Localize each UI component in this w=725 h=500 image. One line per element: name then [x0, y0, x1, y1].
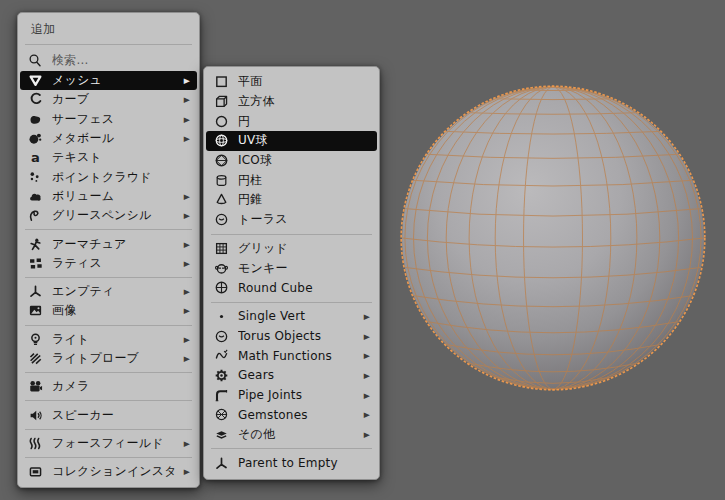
light-icon — [27, 331, 44, 347]
menu-item-search[interactable]: 検索... — [20, 49, 197, 71]
mesh-icon — [27, 73, 44, 89]
submenu-arrow-icon: ▶ — [184, 354, 190, 362]
menu-item-label: ライト — [52, 331, 178, 348]
menu-item-force-field[interactable]: フォースフィールド▶ — [20, 434, 197, 453]
menu-item-image[interactable]: 画像▶ — [20, 301, 197, 320]
speaker-icon — [27, 407, 44, 423]
menu-item-surface[interactable]: サーフェス▶ — [20, 110, 197, 129]
menu-separator — [211, 302, 372, 303]
monkey-icon — [213, 260, 230, 276]
menu-item-grid[interactable]: グリッド — [206, 239, 377, 259]
menu-item-label: UV球 — [238, 132, 370, 149]
submenu-arrow-icon: ▶ — [364, 430, 370, 438]
menu-item-text[interactable]: aテキスト — [20, 148, 197, 167]
menu-item-label: エンプティ — [52, 283, 178, 300]
menu-item-empty[interactable]: エンプティ▶ — [20, 282, 197, 301]
menu-item-round-cube[interactable]: Round Cube — [206, 278, 377, 298]
plane-icon — [213, 74, 230, 90]
menu-item-monkey[interactable]: モンキー — [206, 258, 377, 278]
menu-item-label: ポイントクラウド — [52, 169, 190, 186]
menu-item-ico-sphere[interactable]: ICO球 — [206, 151, 377, 171]
add-menu-title: 追加 — [18, 18, 199, 40]
menu-item-label: 円柱 — [238, 172, 370, 189]
menu-item-plane[interactable]: 平面 — [206, 72, 377, 92]
round-cube-icon — [213, 280, 230, 296]
uv-sphere-object[interactable] — [401, 86, 705, 390]
menu-item-label: 平面 — [238, 73, 370, 90]
menu-item-label: グリッド — [238, 240, 370, 257]
menu-item-torus[interactable]: トーラス — [206, 210, 377, 230]
submenu-arrow-icon: ▶ — [184, 468, 190, 476]
menu-separator — [25, 457, 192, 458]
mesh-submenu-popup: 平面立方体円UV球ICO球円柱円錐トーラスグリッドモンキーRound CubeS… — [203, 66, 380, 480]
submenu-arrow-icon: ▶ — [184, 307, 190, 315]
menu-item-collection-instance[interactable]: コレクションインスタンス▶ — [20, 462, 197, 481]
menu-item-gemstones[interactable]: Gemstones▶ — [206, 405, 377, 425]
menu-item-label: 円 — [238, 113, 370, 130]
submenu-arrow-icon: ▶ — [364, 411, 370, 419]
menu-item-parent-to-empty[interactable]: Parent to Empty — [206, 453, 377, 473]
menu-item-gears[interactable]: Gears▶ — [206, 366, 377, 386]
menu-item-label: Round Cube — [238, 281, 370, 295]
menu-item-armature[interactable]: アーマチュア▶ — [20, 234, 197, 253]
menu-item-cone[interactable]: 円錐 — [206, 190, 377, 210]
force-field-icon — [27, 435, 44, 451]
submenu-arrow-icon: ▶ — [184, 96, 190, 104]
light-probe-icon — [27, 351, 44, 367]
menu-item-single-vert[interactable]: Single Vert▶ — [206, 307, 377, 327]
menu-item-point-cloud[interactable]: ポイントクラウド — [20, 167, 197, 186]
submenu-arrow-icon: ▶ — [184, 212, 190, 220]
menu-item-grease-pencil[interactable]: グリースペンシル▶ — [20, 206, 197, 225]
submenu-arrow-icon: ▶ — [184, 77, 190, 85]
cone-icon — [213, 192, 230, 208]
menu-item-cylinder[interactable]: 円柱 — [206, 170, 377, 190]
menu-item-torus-objects[interactable]: Torus Objects▶ — [206, 326, 377, 346]
lattice-icon — [27, 255, 44, 271]
menu-item-cube[interactable]: 立方体 — [206, 92, 377, 112]
submenu-arrow-icon: ▶ — [364, 391, 370, 399]
menu-item-label: グリースペンシル — [52, 207, 178, 224]
single-vert-icon — [213, 308, 230, 324]
parent-to-empty-icon — [213, 455, 230, 471]
submenu-arrow-icon: ▶ — [184, 192, 190, 200]
submenu-arrow-icon: ▶ — [184, 288, 190, 296]
menu-item-volume[interactable]: ボリューム▶ — [20, 187, 197, 206]
menu-item-label: Gears — [238, 368, 358, 382]
menu-item-lattice[interactable]: ラティス▶ — [20, 254, 197, 273]
submenu-arrow-icon: ▶ — [184, 134, 190, 142]
menu-item-label: その他 — [238, 426, 358, 443]
menu-item-mesh[interactable]: メッシュ▶ — [20, 71, 197, 90]
submenu-arrow-icon: ▶ — [364, 352, 370, 360]
image-icon — [27, 303, 44, 319]
menu-separator — [25, 44, 192, 45]
menu-item-uv-sphere[interactable]: UV球 — [206, 131, 377, 151]
menu-item-light[interactable]: ライト▶ — [20, 330, 197, 349]
menu-separator — [25, 325, 192, 326]
search-icon — [27, 52, 44, 68]
menu-item-label: カメラ — [52, 378, 190, 395]
menu-item-label: フォースフィールド — [52, 435, 178, 452]
menu-item-circle[interactable]: 円 — [206, 111, 377, 131]
menu-separator — [211, 448, 372, 449]
menu-separator — [211, 234, 372, 235]
menu-item-label: スピーカー — [52, 407, 190, 424]
menu-item-math-functions[interactable]: Math Functions▶ — [206, 346, 377, 366]
menu-item-curve[interactable]: カーブ▶ — [20, 90, 197, 109]
menu-item-metaball[interactable]: メタボール▶ — [20, 129, 197, 148]
cylinder-icon — [213, 172, 230, 188]
menu-item-label: メタボール — [52, 130, 178, 147]
menu-item-pipe-joints[interactable]: Pipe Joints▶ — [206, 385, 377, 405]
menu-item-label: サーフェス — [52, 111, 178, 128]
surface-icon — [27, 111, 44, 127]
pipe-joints-icon — [213, 387, 230, 403]
menu-item-speaker[interactable]: スピーカー — [20, 405, 197, 424]
uv-sphere-icon — [213, 133, 230, 149]
menu-item-light-probe[interactable]: ライトプローブ▶ — [20, 349, 197, 368]
menu-item-extras[interactable]: その他▶ — [206, 425, 377, 445]
mesh-submenu-item-list: 平面立方体円UV球ICO球円柱円錐トーラスグリッドモンキーRound CubeS… — [204, 72, 379, 473]
submenu-arrow-icon: ▶ — [364, 312, 370, 320]
menu-item-label: アーマチュア — [52, 236, 178, 253]
menu-item-label: コレクションインスタンス — [52, 463, 178, 480]
menu-item-camera[interactable]: カメラ — [20, 377, 197, 396]
submenu-arrow-icon: ▶ — [364, 371, 370, 379]
